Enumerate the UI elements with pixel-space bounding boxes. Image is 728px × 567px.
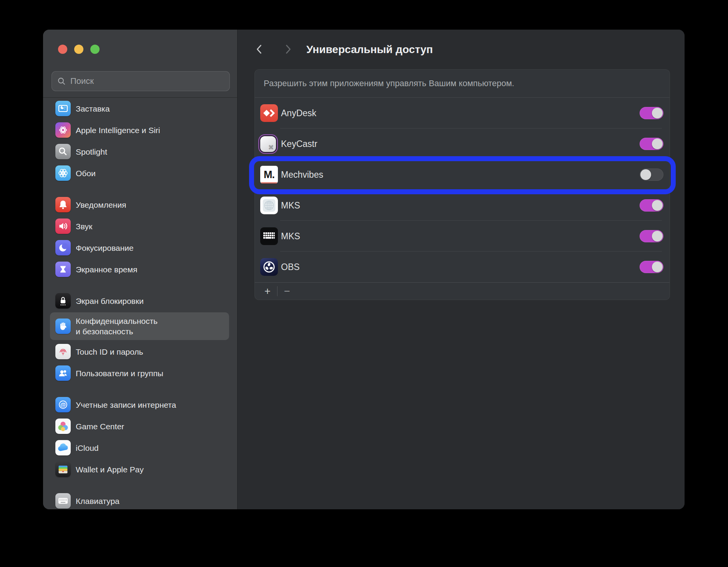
forward-button[interactable]	[282, 43, 294, 55]
chevron-left-icon	[254, 43, 265, 55]
apple-intelligence-icon	[55, 122, 71, 138]
sidebar-item-screensaver[interactable]: Заставка	[43, 98, 237, 119]
sidebar-item-lock-screen[interactable]: Экран блокировки	[43, 290, 237, 312]
game-center-bubbles-icon	[55, 419, 71, 434]
sound-icon	[55, 218, 71, 234]
keyboard-icon	[55, 493, 71, 509]
app-row-anydesk: AnyDesk	[255, 98, 670, 128]
app-row-mks-1: MKS	[255, 190, 670, 221]
sidebar-item-keyboard[interactable]: Клавиатура	[43, 490, 237, 509]
toggle-knob	[652, 200, 663, 211]
zoom-button[interactable]	[90, 45, 100, 54]
keycastr-app-icon: ⌘	[260, 136, 276, 152]
mechvibes-toggle[interactable]	[640, 168, 663, 181]
app-list: AnyDesk ⌘ KeyCastr M. Me	[255, 98, 670, 282]
spotlight-icon	[55, 144, 71, 159]
search-field[interactable]	[52, 71, 230, 91]
wallet-icon	[55, 462, 71, 477]
remove-app-button[interactable]: −	[282, 286, 292, 297]
search-icon	[57, 77, 66, 85]
sidebar-item-wallet-apple-pay[interactable]: Wallet и Apple Pay	[43, 459, 237, 480]
sidebar-item-touch-id[interactable]: Touch ID и пароль	[43, 341, 237, 362]
sidebar-item-sound[interactable]: Звук	[43, 215, 237, 237]
two-users-icon	[55, 365, 71, 381]
chevron-right-icon	[282, 43, 294, 55]
back-button[interactable]	[254, 43, 265, 55]
toggle-knob	[652, 262, 663, 272]
sidebar-item-label: Уведомления	[76, 200, 126, 210]
sidebar-item-wallpaper[interactable]: Обои	[43, 162, 237, 184]
command-glyph: ⌘	[268, 144, 274, 150]
fingerprint-icon	[55, 344, 71, 359]
app-name: MKS	[281, 200, 300, 211]
settings-sidebar: Заставка Apple Intelligence и Siri Spotl…	[43, 30, 238, 509]
app-name: Mechvibes	[281, 170, 323, 180]
sidebar-item-focus[interactable]: Фокусирование	[43, 237, 237, 258]
hourglass-icon	[55, 262, 71, 277]
mechvibes-letter: M.	[264, 169, 274, 181]
icloud-cloud-icon	[55, 440, 71, 455]
anydesk-toggle[interactable]	[640, 107, 663, 119]
svg-text:@: @	[60, 401, 66, 408]
app-row-keycastr: ⌘ KeyCastr	[255, 128, 670, 159]
sidebar-item-apple-intelligence-siri[interactable]: Apple Intelligence и Siri	[43, 119, 237, 141]
window-controls	[58, 45, 100, 54]
toggle-knob	[652, 108, 663, 118]
close-button[interactable]	[58, 45, 67, 54]
footer-separator	[277, 286, 278, 296]
search-input[interactable]	[70, 76, 224, 87]
at-sign-icon: @	[55, 397, 71, 412]
sidebar-item-icloud[interactable]: iCloud	[43, 437, 237, 459]
mks-1-toggle[interactable]	[640, 199, 663, 212]
toggle-knob	[652, 138, 663, 149]
wallpaper-icon	[55, 165, 71, 181]
focus-moon-icon	[55, 240, 71, 255]
sidebar-list: Заставка Apple Intelligence и Siri Spotl…	[43, 98, 237, 509]
notifications-icon	[55, 197, 71, 212]
obs-toggle[interactable]	[640, 261, 663, 273]
screensaver-icon	[55, 101, 71, 116]
app-name: AnyDesk	[281, 108, 316, 118]
app-name: MKS	[281, 231, 300, 242]
sidebar-item-label: Spotlight	[76, 147, 107, 157]
sidebar-item-screen-time[interactable]: Экранное время	[43, 258, 237, 280]
app-row-mechvibes: M. Mechvibes	[255, 159, 670, 190]
screen-background: Заставка Apple Intelligence и Siri Spotl…	[0, 0, 728, 567]
mechvibes-app-icon: M.	[260, 166, 278, 183]
app-name: OBS	[281, 262, 300, 272]
sidebar-item-users-groups[interactable]: Пользователи и группы	[43, 362, 237, 384]
accessibility-apps-card: Разрешить этим приложениям управлять Ваш…	[254, 69, 670, 300]
detail-pane: Универсальный доступ Разрешить этим прил…	[238, 30, 685, 509]
app-name: KeyCastr	[281, 139, 317, 149]
add-app-button[interactable]: +	[263, 286, 273, 297]
sidebar-item-label: Обои	[76, 168, 96, 178]
sidebar-item-label: Конфиденциальность и безопасность	[76, 316, 158, 337]
anydesk-app-icon	[260, 104, 278, 122]
minimize-button[interactable]	[74, 45, 83, 54]
sidebar-item-notifications[interactable]: Уведомления	[43, 194, 237, 215]
app-row-obs: OBS	[255, 252, 670, 282]
sidebar-item-internet-accounts[interactable]: @ Учетные записи интернета	[43, 394, 237, 415]
mks-keyboard-app-icon	[260, 227, 278, 245]
hand-icon	[55, 319, 71, 334]
sidebar-item-label: Экран блокировки	[76, 296, 144, 306]
system-settings-window: Заставка Apple Intelligence и Siri Spotl…	[43, 30, 685, 509]
sidebar-item-label: Touch ID и пароль	[76, 347, 143, 357]
keycastr-toggle[interactable]	[640, 138, 663, 150]
toggle-knob	[652, 231, 663, 242]
sidebar-item-game-center[interactable]: Game Center	[43, 415, 237, 437]
sidebar-item-label: Экранное время	[76, 264, 137, 275]
sidebar-item-label: Wallet и Apple Pay	[76, 464, 144, 475]
sidebar-item-privacy-security[interactable]: Конфиденциальность и безопасность	[43, 312, 237, 341]
sidebar-item-label: Пользователи и группы	[76, 368, 163, 379]
app-row-mks-2: MKS	[255, 221, 670, 252]
mks-2-toggle[interactable]	[640, 230, 663, 242]
list-edit-footer: + −	[255, 282, 670, 300]
sidebar-item-label: Game Center	[76, 421, 124, 432]
sidebar-item-label: Учетные записи интернета	[76, 400, 176, 410]
page-title: Универсальный доступ	[306, 43, 433, 56]
sidebar-item-label: Звук	[76, 221, 92, 232]
sidebar-item-label: Фокусирование	[76, 243, 134, 253]
sidebar-item-spotlight[interactable]: Spotlight	[43, 141, 237, 162]
obs-app-icon	[260, 258, 278, 276]
